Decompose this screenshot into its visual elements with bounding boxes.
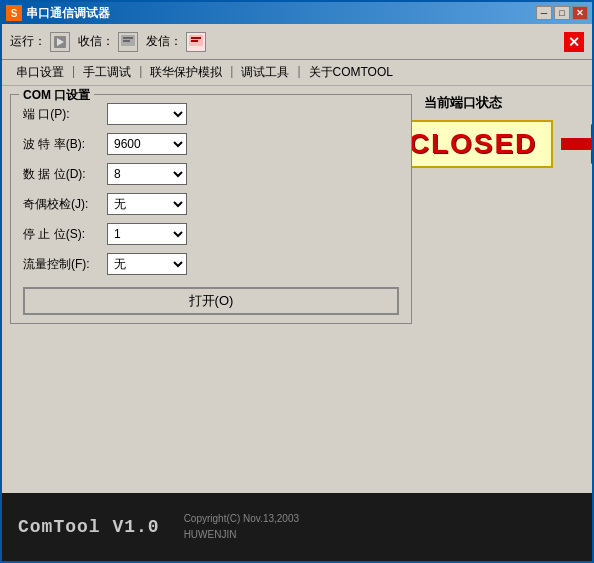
footer: ComTool V1.0 Copyright(C) Nov.13,2003 HU…: [2, 493, 592, 561]
window-close-button[interactable]: ✕: [572, 6, 588, 20]
title-bar-text: S 串口通信调试器: [6, 5, 110, 22]
footer-author: HUWENJIN: [184, 527, 299, 543]
content-area: COM 口设置 端 口(P): COM1 COM2 COM3 波 特 率(B):…: [2, 86, 592, 561]
window-title: 串口通信调试器: [26, 5, 110, 22]
menu-manual-debug[interactable]: 手工调试: [77, 62, 137, 83]
app-icon: S: [6, 5, 22, 21]
footer-logo: ComTool V1.0: [18, 517, 160, 537]
receive-indicator: 收信：: [78, 32, 138, 52]
status-panel: 当前端口状态 CLOSED: [424, 94, 584, 324]
svg-rect-8: [561, 138, 591, 150]
minimize-button[interactable]: ─: [536, 6, 552, 20]
footer-info: Copyright(C) Nov.13,2003 HUWENJIN: [184, 511, 299, 543]
receive-icon: [118, 32, 138, 52]
title-controls: ─ □ ✕: [536, 6, 588, 20]
menu-debug-tools[interactable]: 调试工具: [235, 62, 295, 83]
status-display-box: CLOSED: [393, 120, 554, 168]
menu-sep-3: |: [228, 62, 235, 83]
menu-sep-4: |: [295, 62, 302, 83]
menu-sep-2: |: [137, 62, 144, 83]
open-port-button[interactable]: 打开(O): [23, 287, 399, 315]
menu-bar: 串口设置 | 手工调试 | 联华保护模拟 | 调试工具 | 关于COMTOOL: [2, 60, 592, 86]
main-window: S 串口通信调试器 ─ □ ✕ 运行： 收信：: [0, 0, 594, 563]
databits-row: 数 据 位(D): 5 6 7 8: [23, 163, 399, 185]
title-bar: S 串口通信调试器 ─ □ ✕: [2, 2, 592, 24]
baudrate-label: 波 特 率(B):: [23, 136, 103, 153]
parity-row: 奇偶校检(J): 无 奇 偶: [23, 193, 399, 215]
status-box-row: CLOSED: [393, 120, 594, 168]
databits-select[interactable]: 5 6 7 8: [107, 163, 187, 185]
svg-rect-4: [123, 40, 130, 42]
run-icon: [50, 32, 70, 52]
send-label: 发信：: [146, 33, 182, 50]
menu-lianhua-sim[interactable]: 联华保护模拟: [144, 62, 228, 83]
toolbar: 运行： 收信： 发信：: [2, 24, 592, 60]
com-settings-group: COM 口设置 端 口(P): COM1 COM2 COM3 波 特 率(B):…: [10, 94, 412, 324]
databits-label: 数 据 位(D):: [23, 166, 103, 183]
svg-rect-7: [191, 40, 198, 42]
send-indicator: 发信：: [146, 32, 206, 52]
svg-rect-6: [191, 37, 201, 39]
run-indicator: 运行：: [10, 32, 70, 52]
parity-label: 奇偶校检(J):: [23, 196, 103, 213]
toolbar-close-button[interactable]: ✕: [564, 32, 584, 52]
menu-sep-1: |: [70, 62, 77, 83]
parity-select[interactable]: 无 奇 偶: [107, 193, 187, 215]
port-select[interactable]: COM1 COM2 COM3: [107, 103, 187, 125]
status-text: CLOSED: [409, 128, 538, 160]
content-spacer: [2, 332, 592, 485]
flowcontrol-select[interactable]: 无 硬件 软件: [107, 253, 187, 275]
port-label: 端 口(P):: [23, 106, 103, 123]
stopbits-label: 停 止 位(S):: [23, 226, 103, 243]
svg-rect-3: [123, 37, 133, 39]
status-panel-title: 当前端口状态: [424, 94, 502, 112]
footer-copyright: Copyright(C) Nov.13,2003: [184, 511, 299, 527]
port-row: 端 口(P): COM1 COM2 COM3: [23, 103, 399, 125]
main-content: COM 口设置 端 口(P): COM1 COM2 COM3 波 特 率(B):…: [2, 86, 592, 332]
menu-about[interactable]: 关于COMTOOL: [303, 62, 399, 83]
send-icon: [186, 32, 206, 52]
run-label: 运行：: [10, 33, 46, 50]
baudrate-row: 波 特 率(B): 9600 19200 38400 115200: [23, 133, 399, 155]
maximize-button[interactable]: □: [554, 6, 570, 20]
flowcontrol-row: 流量控制(F): 无 硬件 软件: [23, 253, 399, 275]
stopbits-select[interactable]: 1 1.5 2: [107, 223, 187, 245]
arrow-icon: [561, 124, 594, 164]
flowcontrol-label: 流量控制(F):: [23, 256, 103, 273]
com-group-legend: COM 口设置: [19, 87, 94, 104]
stopbits-row: 停 止 位(S): 1 1.5 2: [23, 223, 399, 245]
receive-label: 收信：: [78, 33, 114, 50]
baudrate-select[interactable]: 9600 19200 38400 115200: [107, 133, 187, 155]
menu-serial-settings[interactable]: 串口设置: [10, 62, 70, 83]
